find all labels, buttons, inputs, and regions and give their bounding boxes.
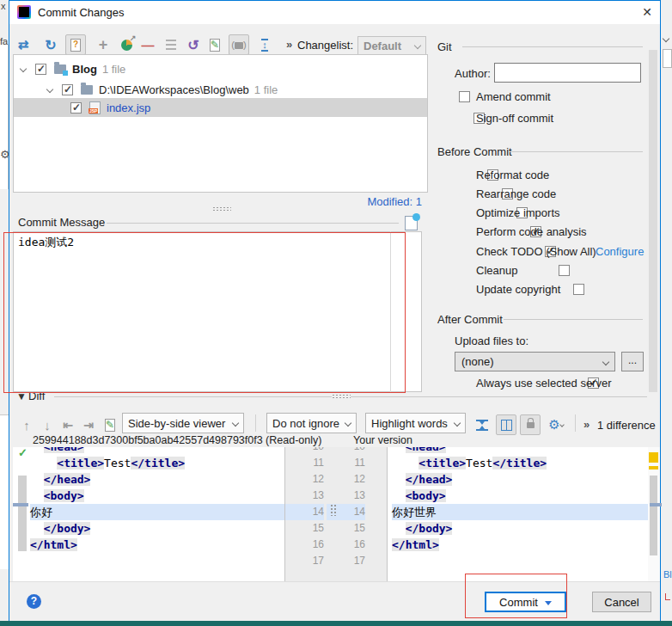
diff-line-right-17[interactable] <box>392 553 648 569</box>
amend-commit-checkbox[interactable] <box>459 91 470 102</box>
chevron-down-icon <box>414 42 421 49</box>
line-number: 10 <box>327 447 365 455</box>
changelist-dropdown[interactable]: Default <box>357 36 426 55</box>
screenshot-root: { "window": { "title": "Commit Changes",… <box>0 0 672 626</box>
background-panel-left <box>0 45 9 189</box>
author-field[interactable] <box>494 63 641 83</box>
line-number: 12 <box>327 471 365 488</box>
diff-overflow-chevrons[interactable]: » <box>583 418 590 431</box>
diff-line-left-10: <head> <box>30 447 284 455</box>
diff-settings-gear-icon[interactable]: ⚙ <box>544 414 568 435</box>
splitter-handle[interactable] <box>330 504 337 516</box>
disable-editing-lock-icon[interactable] <box>520 414 541 435</box>
diff-line-right-11[interactable]: <title>Test</title> <box>392 455 648 471</box>
intellij-idea-icon <box>17 5 31 19</box>
jump-to-source-icon[interactable] <box>205 34 225 55</box>
move-to-changelist-icon[interactable] <box>116 34 137 55</box>
expand-all-icon[interactable]: ↕ <box>254 34 275 55</box>
diff-line-left-14: 你好 <box>30 504 284 520</box>
line-number: 15 <box>327 520 365 537</box>
refresh-icon[interactable]: ↻ <box>40 34 61 55</box>
configure-link[interactable]: Configure <box>596 245 644 258</box>
diff-line-right-16[interactable]: </html> <box>392 537 648 553</box>
viewer-mode-value: Side-by-side viewer <box>128 417 225 430</box>
after-commit-section-title: After Commit <box>437 313 503 326</box>
right-change-marker[interactable] <box>650 503 662 506</box>
add-icon[interactable]: + <box>93 34 113 55</box>
error-stripe-marker[interactable] <box>649 452 658 463</box>
line-number: 15 <box>285 520 324 537</box>
checkbox[interactable] <box>35 64 46 75</box>
diff-scrollbar[interactable] <box>650 476 657 555</box>
line-number: 10 <box>285 447 324 455</box>
previous-difference-icon[interactable]: ↑ <box>16 414 37 435</box>
left-change-marker[interactable] <box>13 503 28 506</box>
background-window-edge <box>0 621 672 626</box>
next-difference-icon[interactable]: ↓ <box>37 414 58 435</box>
line-number: 11 <box>327 455 365 471</box>
diff-line-right-13[interactable]: <body> <box>392 488 648 504</box>
splitter-handle[interactable] <box>332 394 351 399</box>
browse-servers-button[interactable]: ... <box>621 352 644 371</box>
show-diff-icon[interactable]: ⇄ <box>13 34 34 55</box>
delete-icon[interactable]: — <box>137 34 158 55</box>
chevron-down-icon[interactable] <box>46 86 53 93</box>
checkbox[interactable] <box>70 102 82 114</box>
signoff-commit-label: Sign-off commit <box>476 112 553 125</box>
folder-icon <box>81 85 93 95</box>
options-scrollbar[interactable] <box>649 50 657 392</box>
jump-to-source-icon[interactable] <box>100 414 120 435</box>
git-section-title: Git <box>437 40 452 53</box>
line-number: 17 <box>285 553 324 569</box>
error-stripe-marker[interactable] <box>649 466 658 470</box>
diff-right-editor[interactable]: <head> <title>Test</title> </head> <body… <box>388 447 648 581</box>
help-icon[interactable]: ? <box>27 594 41 609</box>
author-label: Author: <box>455 67 491 80</box>
toolbar-overflow-chevrons[interactable]: » <box>286 38 292 51</box>
chevron-down-icon[interactable] <box>20 65 27 72</box>
diff-left-editor: ✓ <head> <title>Test</title> </head> <bo… <box>13 447 284 581</box>
always-use-server-label: Always use selected server <box>476 377 612 390</box>
diff-line-right-12[interactable]: </head> <box>392 471 648 488</box>
next-changed-file-icon[interactable]: ⇥ <box>78 414 99 435</box>
show-unversioned-files-icon[interactable] <box>65 34 86 55</box>
highlighting-dropdown[interactable]: Highlight words <box>365 413 466 433</box>
update-copyright-checkbox[interactable] <box>573 284 584 295</box>
upload-server-dropdown[interactable]: (none) <box>455 352 615 371</box>
ignore-policy-dropdown[interactable]: Do not ignore <box>266 413 357 433</box>
cancel-button-label: Cancel <box>604 596 638 609</box>
cleanup-checkbox[interactable] <box>559 265 570 276</box>
chevron-down-icon <box>345 420 351 427</box>
close-icon[interactable]: ✕ <box>635 3 659 21</box>
tree-row-index-jsp[interactable]: index.jsp <box>14 98 427 117</box>
revert-icon[interactable]: ↺ <box>183 34 204 55</box>
checkbox[interactable] <box>62 84 73 95</box>
tree-row-label: D:\IDEAWorkspaces\Blog\web <box>99 83 249 96</box>
diff-line-right-10[interactable]: <head> <box>392 447 648 455</box>
line-number: 13 <box>327 488 365 504</box>
applied-change-check-icon: ✓ <box>18 447 27 459</box>
diff-line-left-13: <body> <box>30 488 284 504</box>
module-folder-icon <box>54 64 66 74</box>
tree-row-web-folder[interactable]: D:\IDEAWorkspaces\Blog\web 1 file <box>14 79 427 100</box>
cancel-button[interactable]: Cancel <box>592 592 651 612</box>
tree-row-blog[interactable]: Blog 1 file <box>14 58 427 79</box>
collapse-unchanged-icon[interactable] <box>472 414 492 435</box>
reformat-code-label: Reformat code <box>476 169 549 181</box>
group-by-directory-icon[interactable]: () <box>229 34 249 55</box>
diff-line-right-15[interactable]: </body> <box>392 520 648 537</box>
line-number: 17 <box>327 553 365 569</box>
message-history-icon[interactable] <box>405 216 418 230</box>
line-number: 11 <box>285 455 324 471</box>
chevron-down-icon <box>232 420 239 427</box>
splitter-handle[interactable] <box>212 206 231 212</box>
two-side-viewer-icon[interactable] <box>496 414 516 435</box>
changed-files-tree: Blog 1 file D:\IDEAWorkspaces\Blog\web 1… <box>13 54 428 193</box>
tree-row-label: index.jsp <box>107 101 150 114</box>
divider <box>462 46 643 47</box>
diff-line-right-14[interactable]: 你好世界 <box>392 504 648 520</box>
previous-changed-file-icon[interactable]: ⇤ <box>58 414 78 435</box>
dialog-titlebar[interactable]: Commit Changes ✕ <box>9 1 660 24</box>
show-details-icon[interactable] <box>161 34 181 55</box>
viewer-mode-dropdown[interactable]: Side-by-side viewer <box>122 413 244 433</box>
